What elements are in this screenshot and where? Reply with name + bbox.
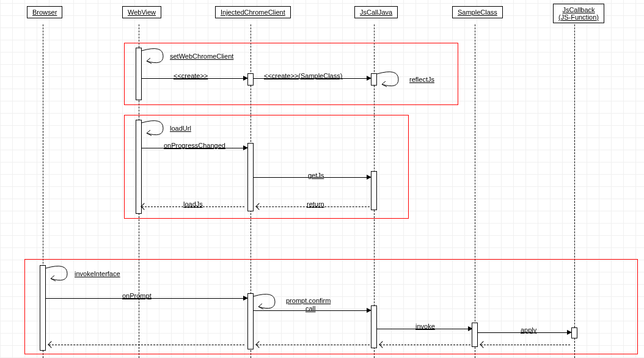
selfloop-promptconfirm (254, 293, 278, 310)
activation-sampleclass-3 (472, 323, 478, 347)
participant-jscalljava: JsCallJava (354, 6, 398, 18)
activation-injected-1 (247, 73, 254, 86)
selfloop-invokeinterface (46, 265, 70, 282)
activation-injected-2 (247, 143, 254, 211)
label-setwebchromeclient: setWebChromeClient (170, 53, 233, 60)
activation-jscalljava-1 (371, 73, 377, 86)
label-return: return (307, 200, 324, 208)
label-create1: <<create>> (174, 72, 208, 79)
participant-browser: Browser (27, 6, 62, 18)
activation-jscallback-3 (571, 327, 577, 338)
participant-injected: InjectedChromeClient (215, 6, 291, 18)
label-promptconfirm: prompt.confirm (286, 297, 331, 304)
frame-loadurl (124, 115, 409, 219)
participant-jscallback: JsCallback (JS-Function) (553, 4, 604, 23)
selfloop-loadurl (142, 120, 166, 137)
activation-jscalljava-2 (371, 171, 377, 210)
selfloop-setwebchromeclient (142, 48, 166, 65)
label-loadurl: loadUrl (170, 125, 191, 132)
return-injected (257, 345, 370, 345)
label-onprogress: onProgressChanged (164, 142, 225, 149)
label-loadjs: loadJs (183, 200, 203, 208)
activation-jscalljava-3 (371, 305, 377, 348)
label-invoke: invoke (415, 323, 435, 330)
participant-sampleclass: SampleClass (452, 6, 503, 18)
label-invokeinterface: invokeInterface (75, 270, 120, 277)
label-onprompt: onPrompt (122, 292, 152, 299)
return-jscalljava (380, 345, 470, 345)
label-reflectjs: reflectJs (409, 76, 434, 83)
return-browser (49, 345, 244, 345)
label-create2: <<create>>(SampleClass) (264, 72, 342, 79)
label-call: call (306, 305, 316, 312)
label-apply: apply (521, 326, 536, 334)
activation-browser-3 (40, 265, 46, 351)
activation-injected-3 (247, 293, 254, 349)
label-getjs: getJs (308, 172, 324, 179)
activation-webview-2 (136, 120, 142, 214)
activation-webview-1 (136, 48, 142, 100)
selfloop-reflectjs (377, 71, 401, 88)
participant-webview: WebView (122, 6, 161, 18)
return-sampleclass (481, 345, 570, 345)
